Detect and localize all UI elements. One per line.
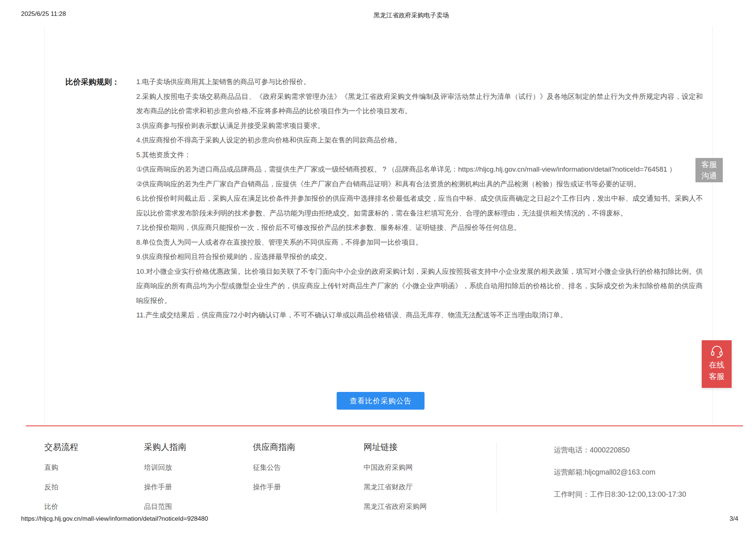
page-title: 黑龙江省政府采购电子卖场 [374, 11, 449, 20]
rule-item-2: 2.采购人按照电子卖场交易商品品目、《政府采购需求管理办法》《黑龙江省政府采购文… [136, 89, 703, 118]
content-frame: 比价采购规则： 1.电子卖场供应商用其上架销售的商品可参与比价报价。 2.采购人… [44, 26, 713, 426]
rules-section: 比价采购规则： 1.电子卖场供应商用其上架销售的商品可参与比价报价。 2.采购人… [45, 26, 712, 323]
rule-item-4: 4.供应商报价不得高于采购人设定的初步意向价格和供应商上架在售的同款商品价格。 [136, 133, 703, 148]
footer-link-training-replay[interactable]: 培训回放 [144, 463, 253, 472]
rule-item-6: 6.比价报价时间截止后，采购人应在满足比价条件并参加报价的供应商中选择排名价最低… [136, 191, 703, 220]
rule-item-5-sub-1: ①供应商响应的若为进口商品或品牌商品，需提供生产厂家或一级经销商授权。？（品牌商… [136, 162, 703, 177]
footer-link-reverse-auction[interactable]: 反拍 [44, 482, 144, 492]
footer-col-title: 交易流程 [44, 441, 144, 453]
footer-link-operation-manual-supplier[interactable]: 操作手册 [253, 482, 364, 492]
rules-text: 1.电子卖场供应商用其上架销售的商品可参与比价报价。 2.采购人按照电子卖场交易… [136, 75, 703, 323]
footer-link-columns: 交易流程 直购 反拍 比价 采购人指南 培训回放 操作手册 品目范围 供应商指南… [44, 441, 496, 511]
footer-link-hlj-gov-procurement[interactable]: 黑龙江省政府采购网 [364, 502, 496, 511]
rule-item-5: 5.其他资质文件： [136, 148, 703, 162]
footer-link-operation-manual[interactable]: 操作手册 [144, 482, 253, 492]
footer-col-title: 供应商指南 [253, 441, 364, 453]
working-hours: 工作时间：工作日8:30-12:00,13:00-17:30 [554, 489, 686, 499]
rule-item-7: 7.比价报价期间，供应商只能报价一次，报价后不可修改报价产品的技术参数、服务标准… [136, 220, 703, 235]
rule-item-1: 1.电子卖场供应商用其上架销售的商品可参与比价报价。 [136, 75, 703, 89]
service-button-label-line2: 客服 [702, 371, 732, 382]
footer-col-supplier-guide: 供应商指南 征集公告 操作手册 [253, 441, 364, 511]
print-preview-page: 2025/6/25 11:28 黑龙江省政府采购电子卖场 比价采购规则： 1.电… [0, 0, 756, 534]
rule-item-9: 9.供应商报价相同且符合报价规则的，应选择最早报价的成交。 [136, 249, 703, 264]
footer-vertical-divider [496, 442, 497, 513]
print-datetime: 2025/6/25 11:28 [21, 10, 66, 18]
customer-service-chat-button[interactable]: 客服 沟通 [695, 158, 723, 182]
rules-section-label: 比价采购规则： [65, 75, 136, 323]
rule-item-5-sub-2: ②供应商响应的若为生产厂家自产自销商品，应提供《生产厂家自产自销商品证明》和具有… [136, 177, 703, 192]
print-footer-url: https://hljcg.hlj.gov.cn/mall-view/infor… [21, 515, 208, 523]
footer-link-direct-purchase[interactable]: 直购 [44, 463, 144, 472]
rule-item-3: 3.供应商参与报价则表示默认满足并接受采购需求项目要求。 [136, 118, 703, 133]
footer-contact-info: 运营电话：4000220850 运营邮箱:hljcgmall02@163.com… [554, 445, 686, 511]
footer-link-hlj-finance[interactable]: 黑龙江省财政厅 [364, 482, 496, 492]
chat-button-label-line2: 沟通 [695, 170, 723, 181]
service-button-label-line1: 在线 [702, 359, 732, 371]
operation-phone: 运营电话：4000220850 [554, 445, 686, 455]
print-page-number: 3/4 [729, 515, 738, 523]
footer-link-collection-notice[interactable]: 征集公告 [253, 463, 364, 472]
footer-link-ccgp[interactable]: 中国政府采购网 [364, 463, 496, 472]
footer-red-divider [26, 426, 743, 426]
footer-col-title: 采购人指南 [144, 441, 253, 453]
rule-item-11: 11.产生成交结果后，供应商应72小时内确认订单，不可不确认订单或以商品价格错误… [136, 308, 703, 323]
footer-col-trade-process: 交易流程 直购 反拍 比价 [44, 441, 144, 511]
footer-link-category-scope[interactable]: 品目范围 [144, 502, 253, 511]
rule-item-10: 10.对小微企业实行价格优惠政策。比价项目如关联了不专门面向中小企业的政府采购计… [136, 264, 703, 308]
footer-col-title: 网址链接 [364, 441, 496, 453]
operation-email: 运营邮箱:hljcgmall02@163.com [554, 467, 686, 477]
view-price-comparison-announcement-button[interactable]: 查看比价采购公告 [337, 392, 425, 410]
chat-button-label-line1: 客服 [695, 159, 723, 170]
online-customer-service-button[interactable]: 在线 客服 [702, 340, 732, 388]
headset-icon [710, 352, 724, 359]
rule-item-8: 8.单位负责人为同一人或者存在直接控股、管理关系的不同供应商，不得参加同一比价项… [136, 235, 703, 250]
footer-col-purchaser-guide: 采购人指南 培训回放 操作手册 品目范围 [144, 441, 253, 511]
footer-col-website-links: 网址链接 中国政府采购网 黑龙江省财政厅 黑龙江省政府采购网 [364, 441, 496, 511]
footer-link-price-comparison[interactable]: 比价 [44, 502, 144, 511]
